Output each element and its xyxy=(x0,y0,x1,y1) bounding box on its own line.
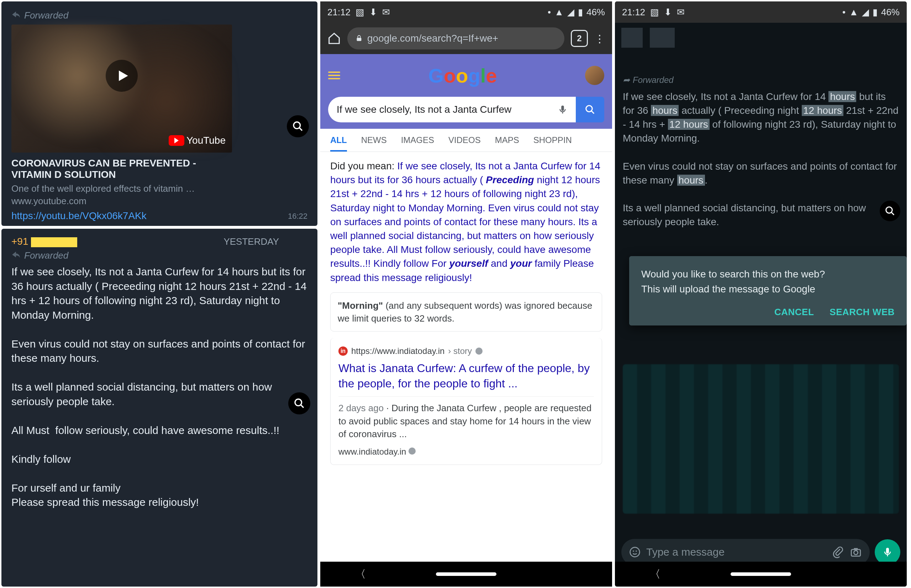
redacted-image xyxy=(623,364,899,514)
message-date: YESTERDAY xyxy=(223,236,279,247)
whatsapp-composer: Type a message xyxy=(615,539,907,565)
message-input[interactable]: Type a message xyxy=(621,539,870,565)
tabs-button[interactable]: 2 xyxy=(571,30,588,47)
dot-icon: • xyxy=(842,7,846,18)
forwarded-text: Forwarded xyxy=(24,250,68,261)
tab-shopping[interactable]: SHOPPIN xyxy=(534,135,572,152)
result-title[interactable]: What is Janata Curfew: A curfew of the p… xyxy=(338,361,594,391)
google-header: Google xyxy=(320,54,612,97)
status-time: 21:12 xyxy=(622,7,645,18)
amp-icon xyxy=(409,447,416,455)
url-bar[interactable]: google.com/search?q=If+we+ xyxy=(347,27,565,49)
svg-point-2 xyxy=(295,399,302,406)
search-message-fab[interactable] xyxy=(288,393,310,414)
result-source: in https://www.indiatoday.in › story xyxy=(338,345,594,357)
tab-news[interactable]: NEWS xyxy=(361,135,387,152)
message-body[interactable]: If we see closely, Its not a Janta Curfe… xyxy=(11,265,307,510)
search-message-fab[interactable] xyxy=(880,200,900,221)
tab-videos[interactable]: VIDEOS xyxy=(448,135,481,152)
tab-images[interactable]: IMAGES xyxy=(401,135,434,152)
svg-rect-4 xyxy=(357,38,362,41)
search-button[interactable] xyxy=(576,97,604,122)
search-input[interactable] xyxy=(337,104,557,115)
svg-point-12 xyxy=(636,551,637,552)
tab-all[interactable]: ALL xyxy=(330,135,347,152)
svg-line-9 xyxy=(892,212,894,215)
svg-line-1 xyxy=(299,128,302,131)
download-icon: ⬇ xyxy=(664,7,672,18)
emoji-icon[interactable] xyxy=(629,546,641,558)
forward-arrow-icon xyxy=(11,10,21,21)
search-web-button[interactable]: SEARCH WEB xyxy=(830,307,895,318)
android-nav-bar: 〈 xyxy=(615,562,907,586)
wifi-icon: ▲ xyxy=(554,7,564,18)
youtube-label: YouTube xyxy=(186,135,226,146)
message-icon: ✉ xyxy=(677,7,684,18)
svg-point-8 xyxy=(886,207,893,213)
attach-icon[interactable] xyxy=(832,546,844,558)
signal-icon: ◢ xyxy=(862,7,869,18)
battery-icon: ▮ xyxy=(872,7,877,18)
svg-point-14 xyxy=(854,551,858,554)
forwarded-label: ➦ Forwarded xyxy=(623,74,899,86)
android-status-bar: 21:12 ▧ ⬇ ✉ • ▲ ◢ ▮ 46% xyxy=(615,2,907,23)
hamburger-menu-icon[interactable] xyxy=(328,70,340,81)
android-nav-bar: 〈 xyxy=(320,562,612,586)
video-description: One of the well explored effects of vita… xyxy=(11,183,239,194)
redacted-number xyxy=(31,237,77,247)
account-avatar[interactable] xyxy=(585,66,604,85)
search-box[interactable] xyxy=(328,97,576,122)
status-time: 21:12 xyxy=(327,7,351,18)
search-icon xyxy=(585,104,595,115)
did-you-mean[interactable]: Did you mean: If we see closely, Its not… xyxy=(330,159,602,284)
message-placeholder: Type a message xyxy=(646,546,826,558)
battery-percent: 46% xyxy=(881,7,900,18)
youtube-badge: YouTube xyxy=(169,135,226,146)
battery-icon: ▮ xyxy=(578,7,583,18)
redacted-header xyxy=(621,28,900,48)
telegram-text-message: +91 YESTERDAY Forwarded If we see closel… xyxy=(2,229,317,586)
sender-number[interactable]: +91 xyxy=(11,236,77,247)
back-button[interactable]: 〈 xyxy=(355,567,366,582)
overflow-menu-icon[interactable]: ⋮ xyxy=(594,32,605,45)
search-result[interactable]: in https://www.indiatoday.in › story Wha… xyxy=(330,338,602,465)
search-message-fab[interactable] xyxy=(287,115,309,137)
gallery-icon: ▧ xyxy=(650,7,659,18)
svg-point-11 xyxy=(633,551,634,552)
svg-rect-15 xyxy=(854,548,858,550)
url-text: google.com/search?q=If+we+ xyxy=(367,33,498,44)
home-pill[interactable] xyxy=(436,572,497,576)
result-snippet: 2 days ago · During the Janata Curfew , … xyxy=(338,396,594,440)
whatsapp-message-body[interactable]: If we see closely, Its not a Janta Curfe… xyxy=(623,90,899,229)
search-web-dialog: Would you like to search this on the web… xyxy=(629,256,907,325)
cancel-button[interactable]: CANCEL xyxy=(774,307,814,318)
dot-icon: • xyxy=(548,7,551,18)
query-truncation-notice: "Morning" (and any subsequent words) was… xyxy=(330,292,602,332)
forward-arrow-icon: ➦ xyxy=(623,74,630,86)
dym-label: Did you mean: xyxy=(330,160,397,171)
forwarded-label: Forwarded xyxy=(11,250,307,261)
amp-icon xyxy=(476,347,482,355)
home-pill[interactable] xyxy=(731,572,791,576)
youtube-logo-icon xyxy=(169,135,184,146)
search-icon xyxy=(885,205,895,216)
tab-maps[interactable]: MAPS xyxy=(495,135,519,152)
indiatoday-favicon-icon: in xyxy=(338,346,348,356)
camera-icon[interactable] xyxy=(850,546,862,558)
back-button[interactable]: 〈 xyxy=(650,567,660,582)
home-icon[interactable] xyxy=(327,32,341,45)
search-icon xyxy=(292,121,304,132)
google-logo[interactable]: Google xyxy=(429,64,497,87)
svg-line-7 xyxy=(591,111,594,114)
play-button[interactable] xyxy=(106,60,138,92)
lock-icon xyxy=(355,34,363,42)
forward-arrow-icon xyxy=(11,250,21,261)
dialog-text-line2: This will upload the message to Google xyxy=(641,282,895,297)
forwarded-label: Forwarded xyxy=(11,10,307,21)
svg-point-0 xyxy=(294,122,300,129)
dialog-text-line1: Would you like to search this on the web… xyxy=(641,267,895,282)
mic-icon[interactable] xyxy=(557,104,568,115)
gallery-icon: ▧ xyxy=(356,7,364,18)
voice-button[interactable] xyxy=(875,539,900,565)
video-thumbnail[interactable]: YouTube xyxy=(11,24,232,153)
